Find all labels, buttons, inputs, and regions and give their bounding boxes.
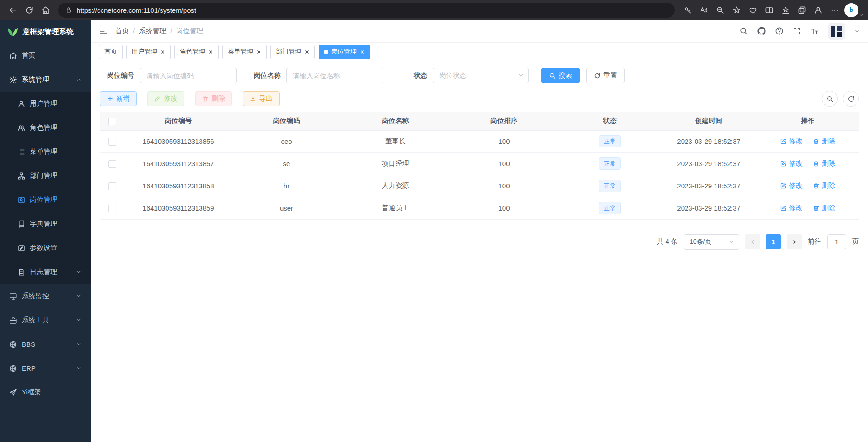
prev-page-button[interactable] <box>745 234 760 249</box>
list-icon <box>17 148 25 156</box>
edit-link-label: 修改 <box>789 204 803 212</box>
sidebar-item-label: 部门管理 <box>30 172 57 180</box>
next-page-button[interactable] <box>787 234 802 249</box>
row-edit-link[interactable]: 修改 <box>780 137 803 146</box>
browser-home-button[interactable] <box>37 2 54 18</box>
row-edit-link[interactable]: 修改 <box>780 182 803 190</box>
row-delete-link[interactable]: 删除 <box>813 182 835 190</box>
browser-back-button[interactable] <box>5 2 21 18</box>
row-delete-link[interactable]: 删除 <box>813 137 835 146</box>
reset-button[interactable]: 重置 <box>586 68 625 83</box>
breadcrumb: 首页 系统管理 岗位管理 <box>115 27 203 35</box>
tab-role-management[interactable]: 角色管理 <box>174 45 219 59</box>
split-screen-icon[interactable] <box>761 2 777 18</box>
breadcrumb-system-management[interactable]: 系统管理 <box>139 27 176 35</box>
sidebar-item-system-monitoring[interactable]: 系统监控 <box>0 284 91 308</box>
add-favorite-icon[interactable] <box>728 2 745 18</box>
browser-menu-icon[interactable] <box>826 2 843 18</box>
export-button[interactable]: 导出 <box>243 91 280 106</box>
select-all-checkbox[interactable] <box>108 118 116 125</box>
row-checkbox[interactable] <box>108 138 116 146</box>
collections-icon[interactable] <box>794 2 810 18</box>
close-icon[interactable] <box>360 49 365 54</box>
edit-button[interactable]: 修改 <box>147 91 184 106</box>
post-name-label: 岗位名称 <box>246 71 281 80</box>
tab-menu-management[interactable]: 菜单管理 <box>222 45 267 59</box>
close-icon[interactable] <box>208 49 213 54</box>
help-icon[interactable] <box>775 27 784 35</box>
sidebar-item-post-management[interactable]: 岗位管理 <box>0 188 91 212</box>
browser-essentials-icon[interactable] <box>745 2 761 18</box>
status-select[interactable]: 岗位状态 <box>433 68 529 83</box>
post-name-input[interactable] <box>286 68 383 83</box>
refresh-table-button[interactable] <box>843 91 859 107</box>
app-logo[interactable]: 意框架管理系统 <box>0 20 91 44</box>
sidebar-item-dictionary-management[interactable]: 字典管理 <box>0 212 91 236</box>
sidebar-item-yi-framework[interactable]: Yi框架 <box>0 380 91 404</box>
row-checkbox[interactable] <box>108 205 116 212</box>
search-button[interactable]: 搜索 <box>541 68 580 83</box>
sidebar-item-log-management[interactable]: 日志管理 <box>0 260 91 284</box>
browser-refresh-button[interactable] <box>21 2 37 18</box>
cell-created-time: 2023-03-29 18:52:37 <box>661 175 756 197</box>
user-avatar[interactable] <box>828 23 845 40</box>
delete-button[interactable]: 删除 <box>195 91 232 106</box>
cell-created-time: 2023-03-29 18:52:37 <box>661 197 756 219</box>
bing-copilot-icon[interactable] <box>844 3 858 17</box>
favorites-icon[interactable] <box>777 2 794 18</box>
sidebar-item-system-tools[interactable]: 系统工具 <box>0 308 91 332</box>
goto-page-input[interactable] <box>827 234 846 249</box>
sidebar-item-menu-management[interactable]: 菜单管理 <box>0 140 91 164</box>
breadcrumb-home[interactable]: 首页 <box>115 27 139 35</box>
sidebar-item-label: 字典管理 <box>30 220 57 228</box>
sidebar-item-department-management[interactable]: 部门管理 <box>0 164 91 188</box>
fullscreen-icon[interactable] <box>793 27 801 35</box>
sidebar-item-label: 参数设置 <box>30 244 57 252</box>
add-button[interactable]: 新增 <box>100 91 137 106</box>
row-edit-link[interactable]: 修改 <box>780 159 803 168</box>
tab-post-management[interactable]: 岗位管理 <box>319 45 370 59</box>
toggle-search-button[interactable] <box>822 91 838 107</box>
toolbar-caret-icon[interactable] <box>859 13 863 17</box>
page-size-select[interactable]: 10条/页 <box>684 234 739 250</box>
globe-icon <box>9 364 17 373</box>
sidebar-item-bbs[interactable]: BBS <box>0 332 91 356</box>
close-icon[interactable] <box>304 49 309 54</box>
chevron-down-icon <box>76 269 82 275</box>
close-icon[interactable] <box>256 49 261 54</box>
close-icon[interactable] <box>160 49 165 54</box>
sidebar-item-system-management[interactable]: 系统管理 <box>0 68 91 92</box>
avatar-caret-icon[interactable] <box>854 29 860 34</box>
row-edit-link[interactable]: 修改 <box>780 204 803 212</box>
password-manager-icon[interactable] <box>679 2 696 18</box>
sidebar-item-erp[interactable]: ERP <box>0 356 91 380</box>
col-header-post-sort: 岗位排序 <box>450 112 559 130</box>
font-size-icon[interactable] <box>810 27 819 35</box>
search-icon <box>826 95 834 103</box>
sidebar-item-user-management[interactable]: 用户管理 <box>0 92 91 116</box>
row-checkbox[interactable] <box>108 182 116 190</box>
tab-user-management[interactable]: 用户管理 <box>126 45 171 59</box>
tab-home[interactable]: 首页 <box>99 45 123 59</box>
sidebar-toggle-icon[interactable] <box>99 27 108 36</box>
profile-avatar-icon[interactable] <box>810 2 826 18</box>
row-checkbox[interactable] <box>108 160 116 168</box>
post-code-input[interactable] <box>140 68 237 83</box>
cell-post-id: 1641030593112313857 <box>125 152 232 175</box>
github-icon[interactable] <box>757 27 766 35</box>
tab-department-management[interactable]: 部门管理 <box>270 45 315 59</box>
header-search-icon[interactable] <box>740 27 748 35</box>
row-delete-link[interactable]: 删除 <box>813 204 835 212</box>
zoom-icon[interactable] <box>712 2 728 18</box>
sidebar-item-home[interactable]: 首页 <box>0 44 91 68</box>
sidebar-item-parameter-settings[interactable]: 参数设置 <box>0 236 91 260</box>
cell-post-sort: 100 <box>450 152 559 175</box>
sidebar-item-role-management[interactable]: 角色管理 <box>0 116 91 140</box>
page-number-1[interactable]: 1 <box>766 234 781 249</box>
read-aloud-icon[interactable] <box>696 2 712 18</box>
address-bar[interactable]: https://ccnetcore.com:1101/system/post <box>58 3 675 18</box>
refresh-icon <box>848 95 855 103</box>
delete-link-label: 删除 <box>822 159 835 168</box>
edit-icon <box>780 182 787 189</box>
row-delete-link[interactable]: 删除 <box>813 159 835 168</box>
